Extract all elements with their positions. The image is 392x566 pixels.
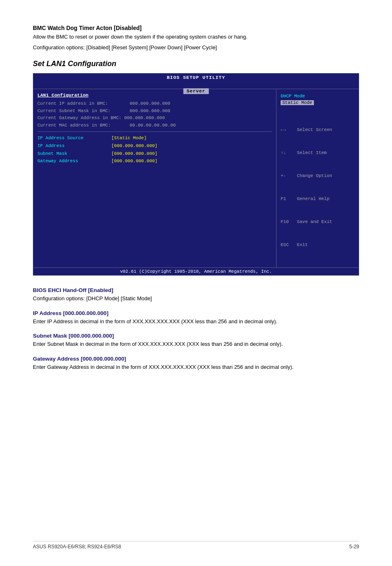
bios-separator	[37, 131, 272, 132]
bios-header-title: BIOS SETUP UTILITY	[167, 75, 225, 80]
bios-field-subnet[interactable]: Subnet Mask [000.000.000.000]	[37, 150, 272, 158]
bios-info-line-4: Current MAC address in BMC: 00.00.00.00.…	[37, 122, 272, 129]
ip-address-title: IP Address [000.000.000.000]	[33, 310, 359, 316]
bmc-watchdog-title: BMC Watch Dog Timer Acton [Disabled]	[33, 25, 359, 31]
bios-field-label-ip-source: IP Address Source	[37, 134, 111, 142]
bmc-watchdog-desc2: Configuration options: [Disabled] [Reset…	[33, 44, 359, 52]
bios-field-ip-address[interactable]: IP Address [000.000.000.000]	[37, 142, 272, 150]
bios-nav: ←→ Select Screen ↑↓ Select Item +- Chang…	[281, 111, 355, 265]
bios-ehci-title: BIOS EHCI Hand-Off [Enabled]	[33, 287, 359, 293]
subnet-mask-title: Subnet Mask [000.000.000.000]	[33, 333, 359, 339]
bios-fields: IP Address Source [Static Mode] IP Addre…	[37, 134, 272, 165]
bios-right-option2-selected: Static Mode	[281, 100, 314, 105]
bios-setup-box: BIOS SETUP UTILITY Server LAN1 Configura…	[33, 73, 359, 276]
footer-left: ASUS RS920A-E6/RS8; RS924-E6/RS8	[33, 544, 121, 550]
bios-footer: v02.61 (C)Copyright 1985-2010, American …	[33, 267, 359, 275]
bios-info-lines: Current IP address in BMC: 000.000.000.0…	[37, 100, 272, 129]
bios-field-label-ip: IP Address	[37, 142, 111, 150]
bios-nav-plusminus: +- Change Option	[281, 172, 355, 180]
bios-nav-esc: ESC Exit	[281, 241, 355, 249]
bios-ehci-section: BIOS EHCI Hand-Off [Enabled] Configurati…	[33, 287, 359, 303]
bios-info-line-2: Current Subnet Mask in BMC: 000.000.000.…	[37, 108, 272, 115]
bios-field-label-subnet: Subnet Mask	[37, 150, 111, 158]
bios-field-value-ip: [000.000.000.000]	[111, 142, 157, 150]
bios-nav-f10: F10 Save and Exit	[281, 218, 355, 226]
bios-field-ip-source[interactable]: IP Address Source [Static Mode]	[37, 134, 272, 142]
ip-address-section: IP Address [000.000.000.000] Enter IP Ad…	[33, 310, 359, 326]
gateway-address-title: Gateway Address [000.000.000.000]	[33, 356, 359, 362]
bios-body: LAN1 Configuration Current IP address in…	[33, 89, 359, 267]
bios-ehci-desc: Configuration options: [DHCP Mode] [Stat…	[33, 295, 359, 303]
bios-right-option1: DHCP Mode	[281, 94, 305, 99]
footer-right: 5-29	[349, 544, 359, 550]
bios-right-panel: DHCP Mode Static Mode ←→ Select Screen ↑…	[277, 89, 359, 267]
subnet-mask-desc: Enter Subnet Mask in decimal in the form…	[33, 340, 359, 348]
bios-left-panel: LAN1 Configuration Current IP address in…	[33, 89, 277, 267]
bmc-watchdog-section: BMC Watch Dog Timer Acton [Disabled] All…	[33, 25, 359, 51]
lan1-config-section: Set LAN1 Configuration BIOS SETUP UTILIT…	[33, 60, 359, 276]
bmc-watchdog-desc1: Allow the BMC to reset or power down the…	[33, 33, 359, 41]
bios-info-line-1: Current IP address in BMC: 000.000.000.0…	[37, 100, 272, 108]
gateway-address-section: Gateway Address [000.000.000.000] Enter …	[33, 356, 359, 371]
ip-address-desc: Enter IP Address in decimal in the form …	[33, 318, 359, 326]
bios-field-value-subnet: [000.000.000.000]	[111, 150, 157, 158]
bios-footer-text: v02.61 (C)Copyright 1985-2010, American …	[120, 269, 272, 274]
bios-info-line-3: Current Gateway Address in BMC: 000.000.…	[37, 115, 272, 122]
bios-left-section-title: LAN1 Configuration	[37, 92, 272, 98]
bios-header: BIOS SETUP UTILITY Server	[33, 74, 359, 89]
bios-nav-updown: ↑↓ Select Item	[281, 149, 355, 157]
gateway-address-desc: Enter Gateway Address in decimal in the …	[33, 363, 359, 371]
bios-field-label-gateway: Gateway Address	[37, 157, 111, 165]
bios-static-mode[interactable]: Static Mode	[281, 100, 355, 105]
page-footer: ASUS RS920A-E6/RS8; RS924-E6/RS8 5-29	[33, 541, 359, 550]
subnet-mask-section: Subnet Mask [000.000.000.000] Enter Subn…	[33, 333, 359, 348]
bios-field-value-ip-source: [Static Mode]	[111, 134, 147, 142]
bios-server-tab[interactable]: Server	[183, 88, 209, 94]
bios-field-gateway[interactable]: Gateway Address [000.000.000.000]	[37, 157, 272, 165]
bios-field-value-gateway: [000.000.000.000]	[111, 157, 157, 165]
bios-nav-leftright: ←→ Select Screen	[281, 126, 355, 134]
bios-nav-f1: F1 General Help	[281, 195, 355, 203]
bios-dhcp-mode[interactable]: DHCP Mode	[281, 92, 355, 100]
lan1-config-title: Set LAN1 Configuration	[33, 60, 359, 68]
